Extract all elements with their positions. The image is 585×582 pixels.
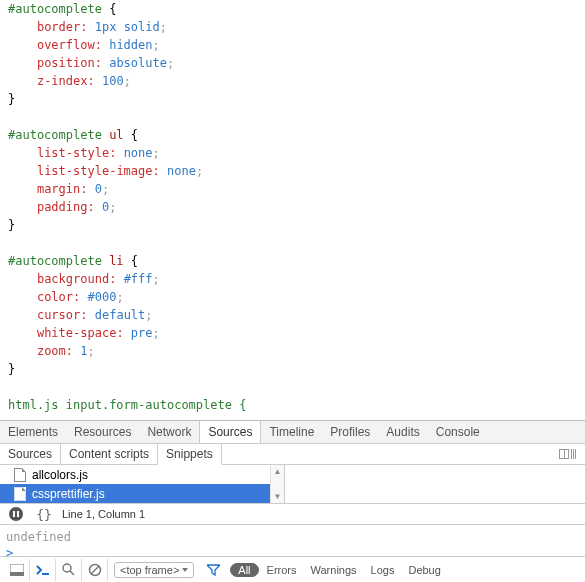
- console-toggle-icon[interactable]: [30, 559, 56, 581]
- main-tab-elements[interactable]: Elements: [0, 421, 66, 443]
- filter-debug[interactable]: Debug: [408, 564, 440, 576]
- scroll-down-icon[interactable]: ▼: [271, 490, 284, 503]
- filter-icon[interactable]: [200, 559, 226, 581]
- svg-line-4: [70, 571, 74, 575]
- frame-selector[interactable]: <top frame>: [114, 562, 194, 578]
- cursor-position: Line 1, Column 1: [62, 508, 145, 520]
- main-tab-resources[interactable]: Resources: [66, 421, 139, 443]
- document-icon: [14, 468, 26, 482]
- clear-console-icon[interactable]: [82, 559, 108, 581]
- pretty-print-button[interactable]: {}: [34, 504, 54, 524]
- subtab-content-scripts[interactable]: Content scripts: [61, 444, 158, 465]
- main-tab-sources[interactable]: Sources: [199, 421, 261, 443]
- sources-subtabs: SourcesContent scriptsSnippets: [0, 444, 585, 465]
- main-tab-audits[interactable]: Audits: [378, 421, 427, 443]
- file-item[interactable]: allcolors.js: [0, 465, 284, 484]
- svg-point-3: [63, 564, 71, 572]
- file-name: cssprettifier.js: [32, 487, 105, 501]
- subtab-snippets[interactable]: Snippets: [158, 444, 222, 465]
- main-tab-console[interactable]: Console: [428, 421, 488, 443]
- editor-status-bar: {} Line 1, Column 1: [0, 504, 585, 525]
- main-tab-timeline[interactable]: Timeline: [261, 421, 322, 443]
- chevron-down-icon: [182, 568, 188, 572]
- file-name: allcolors.js: [32, 468, 88, 482]
- file-item[interactable]: cssprettifier.js: [0, 484, 284, 503]
- svg-rect-1: [10, 572, 24, 576]
- console-result: undefined: [6, 529, 579, 545]
- bottom-toolbar: <top frame> All ErrorsWarningsLogsDebug: [0, 556, 585, 582]
- filter-all-pill[interactable]: All: [230, 563, 258, 577]
- dock-icon[interactable]: [4, 559, 30, 581]
- split-view-icon[interactable]: [559, 449, 569, 459]
- frame-label: <top frame>: [120, 564, 179, 576]
- scroll-up-icon[interactable]: ▲: [271, 465, 284, 478]
- filter-logs[interactable]: Logs: [371, 564, 395, 576]
- filter-warnings[interactable]: Warnings: [311, 564, 357, 576]
- main-tab-profiles[interactable]: Profiles: [322, 421, 378, 443]
- code-editor: #autocomplete { border: 1px solid; overf…: [0, 0, 585, 420]
- sidebar-toggle-icon[interactable]: [571, 449, 581, 459]
- document-icon: [14, 487, 26, 501]
- scrollbar[interactable]: ▲ ▼: [270, 465, 284, 503]
- svg-line-6: [91, 566, 99, 574]
- editor-pane-placeholder: [285, 465, 585, 503]
- main-tabs: ElementsResourcesNetworkSourcesTimelineP…: [0, 420, 585, 444]
- search-icon[interactable]: [56, 559, 82, 581]
- main-tab-network[interactable]: Network: [139, 421, 199, 443]
- filter-errors[interactable]: Errors: [267, 564, 297, 576]
- subtab-sources[interactable]: Sources: [0, 444, 61, 465]
- pause-button[interactable]: [6, 504, 26, 524]
- file-list: allcolors.jscssprettifier.js ▲ ▼: [0, 465, 285, 503]
